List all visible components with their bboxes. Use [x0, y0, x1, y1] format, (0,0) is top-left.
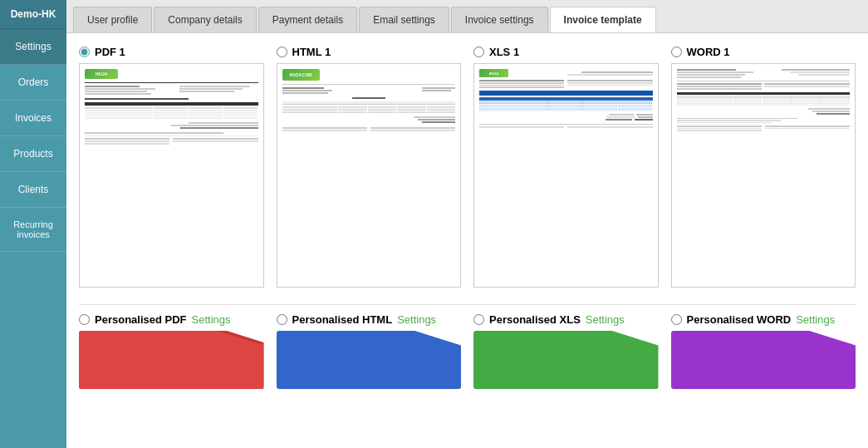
- personalised-pdf-radio[interactable]: [79, 314, 90, 325]
- personalised-word-preview: [671, 331, 856, 389]
- tab-invoice-template[interactable]: Invoice template: [550, 7, 656, 32]
- tab-bar: User profile Company details Payment det…: [66, 0, 868, 33]
- personalised-xls-text: Personalised XLS: [489, 313, 581, 326]
- template-word1-label[interactable]: WORD 1: [671, 46, 856, 58]
- sidebar-item-products[interactable]: Products: [0, 136, 66, 172]
- template-pdf1-radio[interactable]: [79, 47, 90, 57]
- personalised-xls-label[interactable]: Personalised XLS Settings: [473, 313, 659, 326]
- tab-invoice-settings[interactable]: Invoice settings: [451, 7, 548, 32]
- tab-payment-details[interactable]: Payment details: [258, 7, 357, 32]
- personalised-html-settings-link[interactable]: Settings: [397, 313, 436, 326]
- template-xls1-text: XLS 1: [489, 46, 519, 58]
- template-xls1: XLS 1 INV24: [473, 46, 659, 288]
- personalised-html-text: Personalised HTML: [292, 313, 393, 326]
- personalised-word-settings-link[interactable]: Settings: [796, 313, 835, 326]
- invoice-mock-word: [672, 64, 856, 287]
- sidebar-item-recurring[interactable]: Recurring invoices: [0, 208, 66, 252]
- template-html1: HTML 1 INV24.COM: [277, 46, 462, 288]
- template-word1-radio[interactable]: [671, 47, 682, 57]
- invoice-logo: INV24: [85, 69, 118, 79]
- personalised-html-preview: [277, 331, 462, 389]
- personalised-pdf-label[interactable]: Personalised PDF Settings: [79, 313, 264, 326]
- template-xls1-label[interactable]: XLS 1: [473, 46, 659, 58]
- template-html1-text: HTML 1: [292, 46, 331, 58]
- personalised-html-radio[interactable]: [277, 314, 287, 325]
- sidebar-item-invoices[interactable]: Invoices: [0, 101, 66, 136]
- sidebar-item-settings[interactable]: Settings: [0, 29, 66, 65]
- personalised-grid: Personalised PDF Settings Personalised H…: [79, 313, 856, 389]
- personalised-xls-settings-link[interactable]: Settings: [586, 313, 625, 326]
- template-word1: WORD 1: [671, 46, 856, 288]
- tab-email-settings[interactable]: Email settings: [359, 7, 449, 32]
- personalised-xls-radio[interactable]: [473, 314, 484, 325]
- template-pdf1-label[interactable]: PDF 1: [79, 46, 264, 58]
- template-grid: PDF 1 INV24: [79, 46, 856, 288]
- sidebar-item-clients[interactable]: Clients: [0, 172, 66, 208]
- sidebar: Demo-HK Settings Orders Invoices Product…: [0, 0, 66, 448]
- template-pdf1: PDF 1 INV24: [79, 46, 264, 288]
- template-xls1-preview: INV24: [473, 63, 659, 288]
- sidebar-item-orders[interactable]: Orders: [0, 65, 66, 101]
- personalised-html: Personalised HTML Settings: [277, 313, 462, 389]
- invoice-mock-xls: INV24: [474, 64, 658, 287]
- main-area: User profile Company details Payment det…: [66, 0, 868, 448]
- template-xls1-radio[interactable]: [473, 47, 484, 57]
- tab-company-details[interactable]: Company details: [154, 7, 256, 32]
- tab-user-profile[interactable]: User profile: [73, 7, 152, 32]
- invoice-mock-html: INV24.COM: [277, 64, 461, 287]
- template-html1-label[interactable]: HTML 1: [277, 46, 462, 58]
- section-divider: [79, 304, 856, 305]
- content-area: PDF 1 INV24: [66, 33, 868, 448]
- personalised-pdf-settings-link[interactable]: Settings: [192, 313, 231, 326]
- personalised-xls-preview: [473, 331, 659, 389]
- invoice-mock-pdf: INV24: [80, 64, 263, 287]
- template-word1-text: WORD 1: [687, 46, 730, 58]
- template-pdf1-preview: INV24: [79, 63, 264, 288]
- personalised-pdf: Personalised PDF Settings: [79, 313, 264, 389]
- personalised-pdf-preview: [79, 331, 264, 389]
- personalised-word: Personalised WORD Settings: [671, 313, 856, 389]
- personalised-html-label[interactable]: Personalised HTML Settings: [277, 313, 462, 326]
- personalised-word-label[interactable]: Personalised WORD Settings: [671, 313, 856, 326]
- template-html1-preview: INV24.COM: [277, 63, 462, 288]
- personalised-pdf-text: Personalised PDF: [95, 313, 187, 326]
- template-pdf1-text: PDF 1: [95, 46, 125, 58]
- personalised-xls: Personalised XLS Settings: [473, 313, 659, 389]
- personalised-word-text: Personalised WORD: [687, 313, 792, 326]
- personalised-word-radio[interactable]: [671, 314, 682, 325]
- template-word1-preview: [671, 63, 856, 288]
- template-html1-radio[interactable]: [277, 47, 287, 57]
- sidebar-header: Demo-HK: [0, 0, 66, 29]
